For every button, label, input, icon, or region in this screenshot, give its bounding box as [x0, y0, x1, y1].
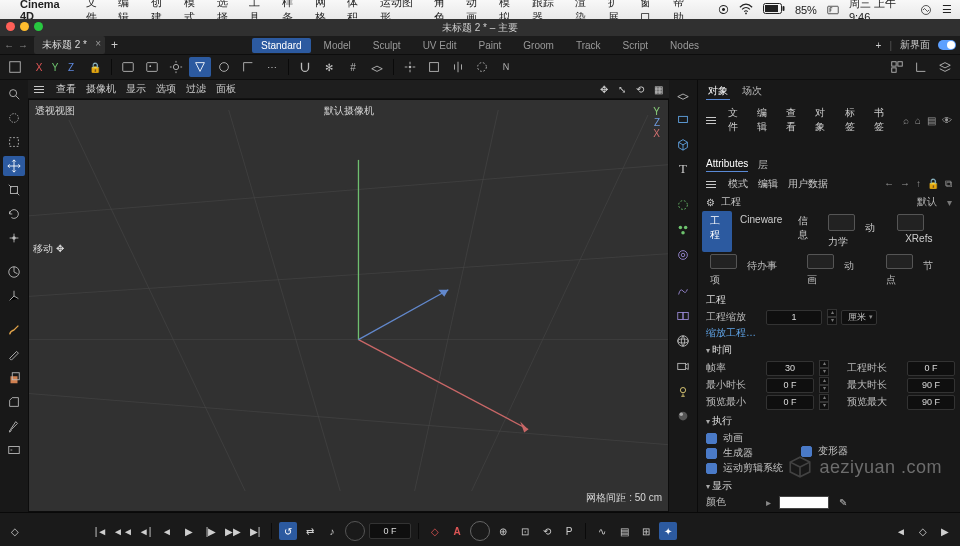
am-edit[interactable]: 编辑 — [758, 177, 778, 191]
om-file[interactable]: 文件 — [728, 106, 747, 134]
tab-layers[interactable]: 层 — [758, 158, 768, 172]
wifi-icon[interactable] — [739, 2, 753, 18]
key-scale-icon[interactable]: ⊡ — [516, 522, 534, 540]
search-icon[interactable]: ⌕ — [903, 115, 909, 126]
dots-icon[interactable]: ⋯ — [261, 57, 283, 77]
mode-tab-sculpt[interactable]: Sculpt — [364, 38, 410, 53]
home-icon[interactable] — [4, 57, 26, 77]
keyframe-icon[interactable]: ◇ — [6, 522, 24, 540]
record-icon[interactable] — [470, 521, 490, 541]
field-icon[interactable] — [672, 245, 694, 265]
mode-tab-script[interactable]: Script — [614, 38, 658, 53]
realtime-icon[interactable] — [345, 521, 365, 541]
rect-select-icon[interactable] — [3, 132, 25, 152]
goto-start-icon[interactable]: |◄ — [92, 522, 110, 540]
nav-back-icon[interactable]: ← — [884, 178, 894, 190]
min-value[interactable]: 0 F — [766, 378, 814, 393]
prevmin-spinner[interactable]: ▴▾ — [819, 394, 829, 410]
next-frame-icon[interactable]: |▶ — [202, 522, 220, 540]
add-layout-icon[interactable]: + — [876, 40, 882, 51]
key-pos-icon[interactable]: ⊕ — [494, 522, 512, 540]
gear-icon[interactable]: ⚙ — [706, 197, 715, 208]
object-manager-tree[interactable] — [698, 137, 960, 155]
workplane-icon[interactable] — [366, 57, 388, 77]
time-heading[interactable]: 时间 — [706, 343, 952, 357]
play-rev-icon[interactable]: ◄ — [158, 522, 176, 540]
live-select-icon[interactable] — [3, 108, 25, 128]
vp-orbit-icon[interactable]: ⟲ — [636, 84, 644, 95]
next-key-icon[interactable]: ▶▶ — [224, 522, 242, 540]
render-view-icon[interactable] — [117, 57, 139, 77]
pingpong-icon[interactable]: ⇄ — [301, 522, 319, 540]
vm-filter[interactable]: 过滤 — [186, 82, 206, 96]
render-settings-icon[interactable] — [165, 57, 187, 77]
subdiv-icon[interactable] — [672, 195, 694, 215]
mode-tab-uvedit[interactable]: UV Edit — [414, 38, 466, 53]
axis-center-icon[interactable] — [399, 57, 421, 77]
plane-icon[interactable] — [672, 109, 694, 129]
motion-icon[interactable]: ⊞ — [637, 522, 655, 540]
cube-icon[interactable] — [672, 134, 694, 154]
nav-up-icon[interactable]: ↑ — [916, 178, 921, 190]
exec-anim-chk[interactable] — [706, 433, 717, 444]
mode-tab-model[interactable]: Model — [315, 38, 360, 53]
am-userdata[interactable]: 用户数据 — [788, 177, 828, 191]
paint-icon[interactable] — [3, 416, 25, 436]
close-tab-icon[interactable]: × — [95, 38, 101, 49]
exec-heading[interactable]: 执行 — [706, 414, 952, 428]
region-render-icon[interactable] — [213, 57, 235, 77]
exec-motion-chk[interactable] — [706, 463, 717, 474]
recent-tool-icon[interactable] — [3, 262, 25, 282]
instance-icon[interactable] — [672, 306, 694, 326]
history-back-icon[interactable]: ← — [4, 40, 14, 51]
search-icon[interactable] — [3, 84, 25, 104]
vp-pan-icon[interactable]: ✥ — [600, 84, 608, 95]
document-tab[interactable]: 未标题 2 * × — [34, 36, 105, 54]
vp-maximize-icon[interactable]: ▦ — [654, 84, 663, 95]
max-value[interactable]: 90 F — [907, 378, 955, 393]
home-icon[interactable]: ⌂ — [915, 115, 921, 126]
corner-icon[interactable] — [237, 57, 259, 77]
fcurve-icon[interactable]: ∿ — [593, 522, 611, 540]
vm-camera[interactable]: 摄像机 — [86, 82, 116, 96]
floor-icon[interactable] — [672, 84, 694, 104]
soft-select-icon[interactable] — [471, 57, 493, 77]
brush-icon[interactable] — [3, 320, 25, 340]
extrude-icon[interactable] — [3, 368, 25, 388]
axis-tool-icon[interactable] — [3, 286, 25, 306]
commander-icon[interactable] — [3, 440, 25, 460]
orientation-gizmo[interactable]: Y Z X — [653, 106, 660, 139]
prevmin-value[interactable]: 0 F — [766, 395, 814, 410]
vm-options[interactable]: 选项 — [156, 82, 176, 96]
key-param-icon[interactable]: P — [560, 522, 578, 540]
min-spinner[interactable]: ▴▾ — [819, 377, 829, 393]
cat-nodes[interactable]: 节点 — [878, 252, 956, 289]
scale-value[interactable]: 1 — [766, 310, 822, 325]
sound-icon[interactable]: ♪ — [323, 522, 341, 540]
symmetry-icon[interactable] — [447, 57, 469, 77]
lock-icon[interactable]: 🔒 — [927, 178, 939, 190]
tab-objects[interactable]: 对象 — [706, 83, 730, 100]
autokey-icon[interactable]: A — [448, 522, 466, 540]
cat-anim[interactable]: 动画 — [799, 252, 877, 289]
prevmax-value[interactable]: 90 F — [907, 395, 955, 410]
dope-icon[interactable]: ▤ — [615, 522, 633, 540]
mode-tab-paint[interactable]: Paint — [470, 38, 511, 53]
mode-tab-nodes[interactable]: Nodes — [661, 38, 708, 53]
live-render-icon[interactable] — [189, 57, 211, 77]
prev-frame-icon[interactable]: ◄| — [136, 522, 154, 540]
hamburger-icon[interactable] — [706, 117, 716, 124]
fps-value[interactable]: 30 — [766, 361, 814, 376]
projlen-value[interactable]: 0 F — [907, 361, 955, 376]
deformer-icon[interactable] — [672, 281, 694, 301]
magnet-icon[interactable] — [294, 57, 316, 77]
place-tool-icon[interactable] — [3, 228, 25, 248]
axis-y[interactable]: Y — [48, 62, 62, 73]
color-swatch[interactable] — [779, 496, 829, 509]
grid-snap-icon[interactable]: # — [342, 57, 364, 77]
cat-cineware[interactable]: Cineware — [732, 211, 790, 252]
record-key-icon[interactable]: ◇ — [426, 522, 444, 540]
key-rot-icon[interactable]: ⟲ — [538, 522, 556, 540]
battery-icon[interactable] — [763, 3, 785, 16]
am-mode[interactable]: 模式 — [728, 177, 748, 191]
